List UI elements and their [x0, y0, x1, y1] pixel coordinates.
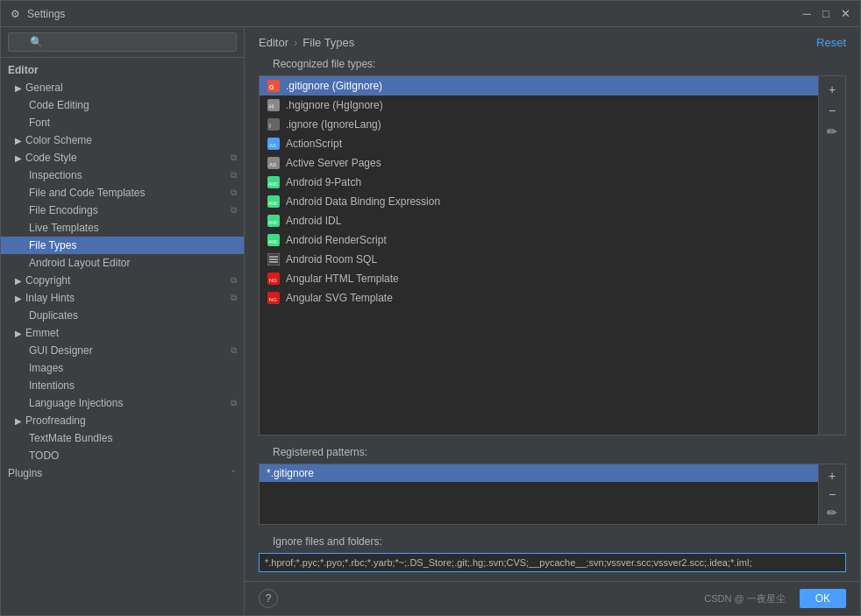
sidebar-item-intentions[interactable]: Intentions: [1, 377, 244, 394]
search-wrapper: 🔍: [8, 32, 237, 52]
sidebar-item-label: GUI Designer: [29, 344, 93, 357]
sidebar-item-label: File and Code Templates: [29, 187, 146, 199]
file-icon: AS: [267, 137, 281, 151]
list-item[interactable]: I .ignore (IgnoreLang): [260, 115, 818, 134]
list-item[interactable]: Android Room SQL: [260, 250, 818, 269]
sidebar-item-file-encodings[interactable]: File Encodings ⧉: [1, 202, 244, 219]
footer-right: CSDN @ 一夜星尘 OK: [704, 589, 846, 608]
reset-button[interactable]: Reset: [816, 36, 846, 49]
svg-text:G: G: [269, 84, 274, 90]
help-button[interactable]: ?: [259, 589, 278, 608]
svg-text:AND: AND: [268, 220, 278, 225]
breadcrumb-current: File Types: [302, 36, 354, 49]
recognized-section: Recognized file types: G .gitignore (Git…: [259, 56, 846, 435]
ok-button[interactable]: OK: [800, 589, 846, 608]
sidebar-item-language-injections[interactable]: Language Injections ⧉: [1, 394, 244, 412]
maximize-button[interactable]: □: [818, 6, 834, 22]
sidebar-item-file-types[interactable]: File Types: [1, 237, 244, 254]
sidebar-item-todo[interactable]: TODO: [1, 447, 244, 464]
registered-label: Registered patterns:: [259, 444, 846, 464]
add-pattern-button[interactable]: +: [822, 468, 842, 485]
patterns-section: Registered patterns: *.gitignore + − ✏: [259, 444, 846, 525]
window-title: Settings: [27, 8, 799, 20]
sidebar-item-code-style[interactable]: ▶ Code Style ⧉: [1, 149, 244, 166]
close-button[interactable]: ✕: [837, 6, 853, 22]
titlebar: ⚙ Settings ─ □ ✕: [1, 1, 860, 27]
sidebar-item-label: Proofreading: [25, 414, 86, 427]
list-item[interactable]: AND Android 9-Patch: [260, 173, 818, 192]
list-item[interactable]: AS Active Server Pages: [260, 153, 818, 173]
sidebar: 🔍 Editor ▶ General Code Editing Font: [1, 27, 245, 615]
patterns-list[interactable]: *.gitignore: [259, 464, 819, 525]
ignore-input[interactable]: [259, 553, 846, 572]
file-icon: AS: [267, 156, 281, 170]
file-type-label: Android 9-Patch: [286, 176, 361, 188]
sidebar-item-label: Android Layout Editor: [29, 257, 130, 269]
copy-icon: ⧉: [231, 398, 237, 408]
remove-file-type-button[interactable]: −: [822, 101, 842, 120]
expand-arrow-icon: ▶: [15, 329, 22, 338]
patterns-controls: + − ✏: [819, 464, 846, 525]
svg-text:NG: NG: [269, 297, 277, 302]
minimize-button[interactable]: ─: [799, 6, 815, 22]
list-item[interactable]: G .gitignore (GitIgnore): [260, 76, 818, 96]
sidebar-item-copyright[interactable]: ▶ Copyright ⧉: [1, 272, 244, 289]
sidebar-item-plugins[interactable]: Plugins ⌃: [1, 464, 244, 482]
file-type-label: Angular HTML Template: [286, 273, 399, 285]
sidebar-item-emmet[interactable]: ▶ Emmet: [1, 324, 244, 342]
list-item[interactable]: H .hgignore (HgIgnore): [260, 96, 818, 115]
list-item[interactable]: NG Angular SVG Template: [260, 288, 818, 308]
sidebar-item-file-and-code-templates[interactable]: File and Code Templates ⧉: [1, 184, 244, 202]
expand-arrow-icon: ▶: [15, 276, 22, 286]
sidebar-item-duplicates[interactable]: Duplicates: [1, 307, 244, 324]
copy-icon: ⧉: [231, 205, 237, 216]
file-icon: NG: [267, 272, 281, 286]
svg-text:H: H: [269, 103, 274, 110]
sidebar-item-textmate-bundles[interactable]: TextMate Bundles: [1, 429, 244, 447]
list-item[interactable]: NG Angular HTML Template: [260, 269, 818, 288]
edit-pattern-button[interactable]: ✏: [822, 504, 842, 520]
edit-file-type-button[interactable]: ✏: [822, 122, 842, 141]
pattern-item[interactable]: *.gitignore: [260, 464, 818, 482]
svg-text:AS: AS: [269, 143, 276, 148]
sidebar-item-label: General: [25, 81, 63, 94]
recognized-label: Recognized file types:: [259, 56, 846, 75]
copy-icon: ⧉: [231, 345, 237, 356]
bottom-bar: ? CSDN @ 一夜星尘 OK: [245, 581, 860, 615]
sidebar-item-android-layout-editor[interactable]: Android Layout Editor: [1, 254, 244, 272]
file-icon: I: [267, 117, 281, 131]
breadcrumb: Editor › File Types: [259, 36, 354, 49]
list-item[interactable]: AND Android Data Binding Expression: [260, 192, 818, 211]
sidebar-item-label: Plugins: [8, 467, 42, 479]
sidebar-item-live-templates[interactable]: Live Templates: [1, 219, 244, 237]
file-types-list[interactable]: G .gitignore (GitIgnore) H .hgignore (Hg…: [259, 75, 819, 435]
sidebar-section-editor: Editor: [1, 61, 244, 79]
sidebar-item-inspections[interactable]: Inspections ⧉: [1, 166, 244, 184]
sidebar-item-label: Duplicates: [29, 309, 78, 322]
sidebar-item-inlay-hints[interactable]: ▶ Inlay Hints ⧉: [1, 289, 244, 307]
copy-icon: ⧉: [231, 275, 237, 286]
sidebar-item-gui-designer[interactable]: GUI Designer ⧉: [1, 342, 244, 359]
list-item[interactable]: AND Android RenderScript: [260, 230, 818, 250]
list-item[interactable]: AND Android IDL: [260, 211, 818, 230]
file-icon: AND: [267, 214, 281, 228]
file-type-label: Angular SVG Template: [286, 292, 393, 304]
list-item[interactable]: AS ActionScript: [260, 134, 818, 153]
scroll-indicator: ⌃: [230, 469, 237, 478]
add-file-type-button[interactable]: +: [822, 80, 842, 99]
recognized-list-wrapper: G .gitignore (GitIgnore) H .hgignore (Hg…: [259, 75, 846, 435]
sidebar-item-images[interactable]: Images: [1, 359, 244, 377]
expand-arrow-icon: ▶: [15, 136, 22, 145]
sidebar-item-code-editing[interactable]: Code Editing: [1, 96, 244, 114]
ignore-label: Ignore files and folders:: [259, 534, 846, 553]
sidebar-item-label: Copyright: [25, 274, 70, 287]
file-icon: NG: [267, 291, 281, 305]
sidebar-item-general[interactable]: ▶ General: [1, 79, 244, 96]
sidebar-item-label: Inlay Hints: [25, 292, 75, 304]
sidebar-item-color-scheme[interactable]: ▶ Color Scheme: [1, 131, 244, 149]
sidebar-item-font[interactable]: Font: [1, 114, 244, 131]
file-icon: G: [267, 79, 281, 93]
remove-pattern-button[interactable]: −: [822, 486, 842, 503]
search-input[interactable]: [8, 32, 237, 52]
sidebar-item-proofreading[interactable]: ▶ Proofreading: [1, 412, 244, 429]
